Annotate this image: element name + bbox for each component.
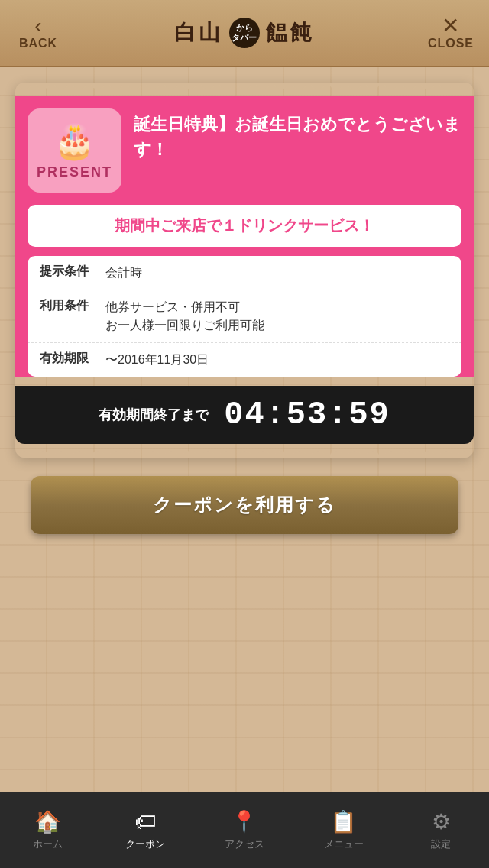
detail-row-condition: 提示条件 会計時 [28,256,461,290]
nav-item-access[interactable]: 📍 アクセス [212,803,277,857]
header-title: 白山 からタバー 饂飩 [174,18,315,48]
detail-value-0: 会計時 [105,264,142,282]
coupon-zigzag-bottom [15,444,474,458]
detail-value-1: 他券サービス・併用不可お一人様一回限りご利用可能 [105,298,264,335]
menu-icon: 📋 [330,809,357,834]
nav-label-settings: 設定 [431,837,451,851]
nav-item-settings[interactable]: ⚙ 設定 [410,803,471,857]
present-box: 🎂 PRESENT [28,108,121,193]
service-text: 期間中ご来店で１ドリンクサービス！ [40,215,449,236]
close-icon: ✕ [442,15,459,37]
cake-icon: 🎂 [53,121,96,161]
nav-label-home: ホーム [33,837,63,851]
title-left: 白山 [174,18,223,47]
settings-icon: ⚙ [432,809,451,834]
logo-circle: からタバー [229,18,260,48]
title-right: 饂飩 [266,18,315,47]
location-icon: 📍 [231,809,257,834]
use-button-container: クーポンを利用する [15,458,474,552]
bottom-nav: 🏠 ホーム 🏷 クーポン 📍 アクセス 📋 メニュー ⚙ 設定 [0,792,489,868]
close-label: CLOSE [428,37,474,50]
nav-item-home[interactable]: 🏠 ホーム [18,803,79,857]
back-label: BACK [19,37,57,50]
coupon-details: 提示条件 会計時 利用条件 他券サービス・併用不可お一人様一回限りご利用可能 有… [28,256,461,377]
detail-label-2: 有効期限 [40,351,93,367]
back-button[interactable]: ‹ BACK [15,15,61,50]
back-icon: ‹ [34,15,41,37]
timer-label: 有効期間終了まで [99,406,209,424]
detail-label-1: 利用条件 [40,298,93,314]
coupon-header-section: 🎂 PRESENT 誕生日特典】お誕生日おめでとうございます！ [28,108,461,193]
use-coupon-button[interactable]: クーポンを利用する [31,476,458,534]
nav-label-coupon: クーポン [125,837,165,851]
timer-value: 04:53:59 [224,397,390,433]
logo-text: からタバー [232,23,257,43]
detail-value-2: 〜2016年11月30日 [105,351,209,369]
detail-row-usage: 利用条件 他券サービス・併用不可お一人様一回限りご利用可能 [28,290,461,343]
header: ‹ BACK 白山 からタバー 饂飩 ✕ CLOSE [0,0,489,67]
timer-section: 有効期間終了まで 04:53:59 [15,386,474,444]
nav-label-access: アクセス [225,837,264,851]
coupon-card: 🎂 PRESENT 誕生日特典】お誕生日おめでとうございます！ 期間中ご来店で１… [15,83,474,458]
coupon-icon: 🏷 [134,809,156,834]
detail-row-expiry: 有効期限 〜2016年11月30日 [28,343,461,377]
coupon-zigzag-top [15,83,474,96]
close-button[interactable]: ✕ CLOSE [428,15,474,50]
nav-label-menu: メニュー [324,837,364,851]
nav-item-menu[interactable]: 📋 メニュー [312,803,376,857]
service-section: 期間中ご来店で１ドリンクサービス！ [28,205,461,247]
main-content: 🎂 PRESENT 誕生日特典】お誕生日おめでとうございます！ 期間中ご来店で１… [0,67,489,568]
present-label: PRESENT [37,164,112,180]
home-icon: 🏠 [34,809,61,834]
detail-label-0: 提示条件 [40,264,93,280]
coupon-title: 誕生日特典】お誕生日おめでとうございます！ [134,108,461,162]
nav-item-coupon[interactable]: 🏷 クーポン [113,803,177,857]
